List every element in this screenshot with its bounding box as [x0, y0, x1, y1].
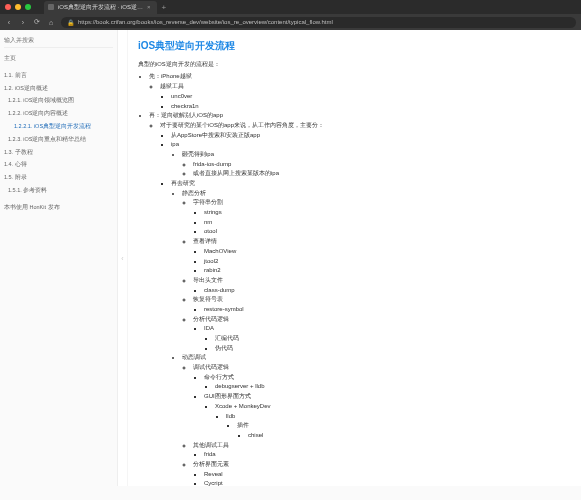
sub-list: 砸壳得到ipafrida-ios-dump或者直接从网上搜索某版本的ipa — [171, 150, 571, 179]
list-item: checkra1n — [171, 102, 571, 111]
sidebar-item[interactable]: 1.1. 前言 — [4, 69, 113, 82]
list-item: 分析代码逻辑IDA汇编代码伪代码 — [193, 315, 571, 353]
page-title: iOS典型逆向开发流程 — [138, 38, 571, 54]
list-item: strings — [204, 208, 571, 217]
titlebar — [0, 0, 44, 14]
list-item: 再去研究静态分析字符串分割stringsnmotool查看详情MachOView… — [171, 179, 571, 486]
address-bar[interactable]: 🔒 https://book.crifan.org/books/ios_reve… — [61, 17, 576, 28]
list-item: 伪代码 — [215, 344, 571, 353]
page: 主页1.1. 前言1.2. iOS逆向概述1.2.1. iOS逆向领域概览图1.… — [0, 30, 581, 486]
search-input[interactable] — [4, 35, 113, 48]
list-item: 字符串分割stringsnmotool — [193, 198, 571, 236]
sub-list: 命令行方式debugserver + lldbGUI图形界面方式Xcode + … — [193, 373, 571, 440]
sub-list: frida — [193, 450, 571, 459]
list-item: class-dump — [204, 286, 571, 295]
sub-list: restore-symbol — [193, 305, 571, 314]
sidebar-item[interactable]: 本书使用 HonKit 发布 — [4, 201, 113, 214]
tab-bar: iOS典型逆向开发流程 · iOS逆… × + — [44, 0, 171, 14]
sub-list: stringsnmotool — [193, 208, 571, 237]
sidebar: 主页1.1. 前言1.2. iOS逆向概述1.2.1. iOS逆向领域概览图1.… — [0, 30, 118, 486]
sub-list: MachOViewjtool2rabin2 — [193, 247, 571, 276]
tab-title: iOS典型逆向开发流程 · iOS逆… — [58, 3, 143, 12]
list-item: MachOView — [204, 247, 571, 256]
browser-chrome: iOS典型逆向开发流程 · iOS逆… × + ‹ › ⟳ ⌂ 🔒 https:… — [0, 0, 581, 30]
list-item: 静态分析字符串分割stringsnmotool查看详情MachOViewjtoo… — [182, 189, 571, 353]
list-item: Cycript — [204, 479, 571, 486]
list-item: 恢复符号表restore-symbol — [193, 295, 571, 314]
list-item: lldb插件chisel — [226, 412, 571, 441]
bullet-tree: 先：iPhone越狱越狱工具unc0vercheckra1n再：逆向破解别人iO… — [138, 72, 571, 486]
new-tab-button[interactable]: + — [157, 3, 172, 12]
intro-text: 典型的iOS逆向开发的流程是： — [138, 60, 571, 69]
sub-list: debugserver + lldb — [204, 382, 571, 391]
sub-list: 汇编代码伪代码 — [204, 334, 571, 353]
chevron-left-icon: ‹ — [121, 255, 123, 262]
sidebar-item[interactable]: 1.2.2. iOS逆向内容概述 — [4, 107, 113, 120]
sidebar-item[interactable]: 1.2.3. iOS逆向重点和精华总结 — [4, 133, 113, 146]
list-item: 导出头文件class-dump — [193, 276, 571, 295]
sidebar-item[interactable]: 1.5.1. 参考资料 — [4, 184, 113, 197]
minimize-window-icon[interactable] — [15, 4, 21, 10]
browser-tab[interactable]: iOS典型逆向开发流程 · iOS逆… × — [44, 1, 157, 14]
list-item: 砸壳得到ipafrida-ios-dump或者直接从网上搜索某版本的ipa — [182, 150, 571, 179]
sidebar-item[interactable]: 1.2.1. iOS逆向领域概览图 — [4, 94, 113, 107]
sub-list: 对于要研究的某个iOS的app来说，从工作内容角度，主要分：从AppStore中… — [149, 121, 571, 486]
list-item: 其他调试工具frida — [193, 441, 571, 460]
lock-icon: 🔒 — [67, 19, 74, 26]
list-item: 越狱工具unc0vercheckra1n — [160, 82, 571, 111]
list-item: GUI图形界面方式Xcode + MonkeyDevlldb插件chisel — [204, 392, 571, 440]
list-item: 查看详情MachOViewjtool2rabin2 — [193, 237, 571, 275]
list-item: 命令行方式debugserver + lldb — [204, 373, 571, 392]
list-item: 调试代码逻辑命令行方式debugserver + lldbGUI图形界面方式Xc… — [193, 363, 571, 440]
list-item: frida-ios-dump — [193, 160, 571, 169]
list-item: Reveal — [204, 470, 571, 479]
sidebar-item[interactable]: 1.2. iOS逆向概述 — [4, 82, 113, 95]
list-item: 分析界面元素RevealCycript — [193, 460, 571, 486]
list-item: IDA汇编代码伪代码 — [204, 324, 571, 353]
content-area[interactable]: iOS典型逆向开发流程 典型的iOS逆向开发的流程是： 先：iPhone越狱越狱… — [128, 30, 581, 486]
tab-close-icon[interactable]: × — [147, 4, 151, 10]
sidebar-item[interactable]: 1.4. 心得 — [4, 158, 113, 171]
tab-favicon-icon — [48, 4, 54, 10]
list-item: chisel — [248, 431, 571, 440]
sub-list: 从AppStore中搜索和安装正版appipa砸壳得到ipafrida-ios-… — [160, 131, 571, 486]
back-button[interactable]: ‹ — [5, 19, 13, 26]
list-item: debugserver + lldb — [215, 382, 571, 391]
reload-button[interactable]: ⟳ — [33, 18, 41, 26]
sidebar-nav: 主页1.1. 前言1.2. iOS逆向概述1.2.1. iOS逆向领域概览图1.… — [4, 52, 113, 214]
list-item: Xcode + MonkeyDevlldb插件chisel — [215, 402, 571, 440]
sub-list: frida-ios-dump或者直接从网上搜索某版本的ipa — [182, 160, 571, 179]
sub-list: 调试代码逻辑命令行方式debugserver + lldbGUI图形界面方式Xc… — [182, 363, 571, 486]
url-text: https://book.crifan.org/books/ios_revers… — [78, 19, 333, 25]
list-item: 对于要研究的某个iOS的app来说，从工作内容角度，主要分：从AppStore中… — [160, 121, 571, 486]
maximize-window-icon[interactable] — [25, 4, 31, 10]
list-item: 先：iPhone越狱越狱工具unc0vercheckra1n — [149, 72, 571, 110]
sub-list: 字符串分割stringsnmotool查看详情MachOViewjtool2ra… — [182, 198, 571, 353]
sidebar-item[interactable]: 主页 — [4, 52, 113, 65]
list-item: 汇编代码 — [215, 334, 571, 343]
sidebar-collapse-button[interactable]: ‹ — [118, 30, 128, 486]
home-button[interactable]: ⌂ — [47, 19, 55, 26]
sub-list: 插件chisel — [226, 421, 571, 440]
list-item: frida — [204, 450, 571, 459]
list-item: rabin2 — [204, 266, 571, 275]
sub-list: RevealCycript — [193, 470, 571, 486]
window-controls — [5, 4, 31, 10]
sub-list: Xcode + MonkeyDevlldb插件chisel — [204, 402, 571, 440]
sidebar-item[interactable]: 1.5. 附录 — [4, 171, 113, 184]
close-window-icon[interactable] — [5, 4, 11, 10]
sidebar-item[interactable]: 1.3. 子教程 — [4, 146, 113, 159]
list-item: restore-symbol — [204, 305, 571, 314]
list-item: ipa砸壳得到ipafrida-ios-dump或者直接从网上搜索某版本的ipa — [171, 140, 571, 178]
list-item: 动态调试调试代码逻辑命令行方式debugserver + lldbGUI图形界面… — [182, 353, 571, 486]
list-item: 或者直接从网上搜索某版本的ipa — [193, 169, 571, 178]
sidebar-item[interactable]: 1.2.2.1. iOS典型逆向开发流程 — [4, 120, 113, 133]
list-item: jtool2 — [204, 257, 571, 266]
sub-list: class-dump — [193, 286, 571, 295]
sub-list: unc0vercheckra1n — [160, 92, 571, 111]
sub-list: 静态分析字符串分割stringsnmotool查看详情MachOViewjtoo… — [171, 189, 571, 486]
sub-list: 越狱工具unc0vercheckra1n — [149, 82, 571, 111]
sub-list: chisel — [237, 431, 571, 440]
forward-button[interactable]: › — [19, 19, 27, 26]
sub-list: IDA汇编代码伪代码 — [193, 324, 571, 353]
